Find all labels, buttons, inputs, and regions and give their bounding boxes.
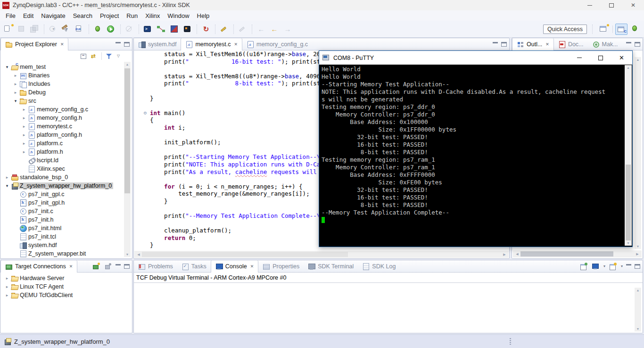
expander-icon[interactable]: ▾ [12, 99, 19, 103]
minimize-view-button[interactable] [626, 42, 631, 43]
save-icon[interactable] [16, 24, 28, 35]
menu-file[interactable]: File [2, 11, 19, 21]
expander-icon[interactable]: ▸ [12, 73, 19, 78]
clock-icon[interactable]: ▾ [47, 24, 59, 35]
tree-item-memory-config-h[interactable]: ▸memory_config.h [0, 114, 132, 122]
tree-item-lscript-ld[interactable]: lscript.ld [0, 156, 132, 165]
expander-icon[interactable]: ▸ [20, 116, 28, 120]
open-perspective-icon[interactable] [598, 24, 610, 35]
expander-icon[interactable]: ▸ [3, 175, 11, 180]
tree-item-qemu-tcfgdbclient[interactable]: ▸QEMU TcfGdbClient [0, 291, 132, 299]
tab-project-explorer[interactable]: Project Explorer ✕ [0, 38, 68, 50]
tree-item-mem-test[interactable]: ▾mem_test [0, 63, 132, 71]
quick-access-button[interactable]: Quick Access [543, 25, 587, 34]
tree-item-debug[interactable]: ▸Debug [0, 88, 132, 97]
back-disabled-icon[interactable]: ← [255, 24, 267, 35]
tree-item-ps7-init-gpl-h[interactable]: ps7_init_gpl.h [0, 199, 132, 207]
menu-edit[interactable]: Edit [19, 11, 37, 21]
tree-item-platform-config-h[interactable]: ▸platform_config.h [0, 131, 132, 139]
menu-search[interactable]: Search [69, 11, 96, 21]
tree-item-ps7-init-html[interactable]: ps7_init.html [0, 224, 132, 232]
putty-maximize-button[interactable] [590, 51, 611, 65]
dump-console-icon[interactable] [182, 24, 194, 35]
scrollbar-right-arrow[interactable]: ▶ [501, 253, 508, 257]
scrollbar-down-arrow[interactable]: ▼ [635, 245, 641, 248]
console-vertical-scrollbar[interactable]: ▲ ▼ [635, 288, 641, 331]
link-with-editor-icon[interactable] [90, 52, 99, 60]
tree-item-z-system-wrapper-hw-platform-0[interactable]: ▾Z_system_wrapper_hw_platform_0 [0, 182, 132, 190]
expander-icon[interactable]: ▸ [3, 284, 11, 289]
run-icon[interactable]: ▾ [105, 24, 117, 35]
tree-item-hardware-server[interactable]: ▸Hardware Server [0, 274, 132, 282]
close-icon[interactable]: ✕ [250, 264, 254, 269]
console-tab-properties[interactable]: Properties [258, 260, 304, 272]
remove-connection-icon[interactable] [104, 262, 112, 271]
window-maximize-button[interactable] [601, 0, 622, 10]
close-icon[interactable]: ✕ [69, 264, 73, 269]
expander-icon[interactable]: ▾ [3, 183, 11, 188]
tree-item-memorytest-c[interactable]: ▸memorytest.c [0, 122, 132, 131]
tab-target-connections[interactable]: Target Connections ✕ [0, 260, 77, 273]
console-tab-problems[interactable]: Problems [134, 260, 177, 272]
xsct-console-icon[interactable]: > [142, 24, 154, 35]
editor-horizontal-scrollbar[interactable]: ◀ ▶ [134, 251, 509, 258]
scrollbar-up-arrow[interactable]: ▲ [124, 63, 131, 66]
connect-target-icon[interactable] [155, 24, 167, 35]
tree-item-linux-tcf-agent[interactable]: ▸Linux TCF Agent [0, 282, 132, 291]
expander-icon[interactable]: ▸ [12, 90, 19, 95]
expander-icon[interactable]: ▸ [20, 141, 28, 146]
menu-xilinx[interactable]: Xilinx [141, 11, 164, 21]
minimize-view-button[interactable] [626, 264, 631, 265]
outline-tab-doc[interactable]: Doc... [554, 38, 588, 50]
scrollbar-thumb[interactable] [124, 68, 130, 193]
program-flash-icon[interactable]: 010 [74, 24, 86, 35]
menu-window[interactable]: Window [164, 11, 193, 21]
maximize-view-button[interactable] [124, 264, 130, 269]
highlight-pen-icon[interactable]: ▾ [218, 24, 231, 35]
expander-icon[interactable]: ▾ [3, 65, 11, 69]
pin-editor-icon[interactable] [237, 24, 249, 35]
putty-minimize-button[interactable] [569, 51, 590, 65]
new-wizard-icon[interactable]: ▾ [2, 24, 15, 35]
expander-icon[interactable]: ▸ [20, 149, 28, 154]
tree-item-ps7-init-gpl-c[interactable]: ps7_init_gpl.c [0, 190, 132, 199]
view-menu-icon[interactable] [115, 52, 124, 60]
menu-navigate[interactable]: Navigate [37, 11, 69, 21]
close-icon[interactable]: ✕ [545, 42, 549, 47]
expander-icon[interactable]: ▸ [3, 276, 11, 281]
skip-breakpoints-icon[interactable] [124, 24, 136, 35]
filter-icon[interactable] [105, 52, 113, 60]
dropdown-caret-icon[interactable]: ▾ [621, 264, 623, 268]
expander-icon[interactable]: ▸ [20, 107, 28, 112]
explorer-vertical-scrollbar[interactable]: ▲ ▼ [124, 62, 131, 257]
tree-item-ps7-init-tcl[interactable]: ps7_init.tcl [0, 232, 132, 241]
forward-icon[interactable]: → [281, 24, 294, 35]
putty-terminal[interactable]: Hello WorldHello World--Starting Memory … [320, 65, 624, 246]
scrollbar-up-arrow[interactable]: ▲ [625, 66, 632, 69]
debug-perspective-icon[interactable] [629, 24, 641, 35]
tree-item-standalone-bsp-0[interactable]: ▸standalone_bsp_0 [0, 173, 132, 182]
build-hammer-icon[interactable]: ▾ [60, 24, 73, 35]
window-close-button[interactable]: ✕ [622, 0, 644, 10]
putty-close-button[interactable]: ✕ [611, 51, 632, 65]
refresh-index-icon[interactable]: ↻ [200, 24, 212, 35]
putty-titlebar[interactable]: COM8 - PuTTY ✕ [319, 51, 632, 65]
tree-item-system-hdf[interactable]: system.hdf [0, 241, 132, 249]
close-icon[interactable]: ✕ [234, 42, 238, 47]
tree-item-z-system-wrapper-bit[interactable]: Z_system_wrapper.bit [0, 249, 132, 258]
maximize-view-button[interactable] [635, 42, 640, 47]
collapse-all-icon[interactable] [80, 52, 88, 60]
pin-console-icon[interactable] [579, 262, 588, 271]
scrollbar-down-arrow[interactable]: ▼ [625, 241, 632, 245]
back-icon[interactable]: ← [268, 24, 281, 35]
tree-item-includes[interactable]: ▸Includes [0, 80, 132, 88]
tree-item-ps7-init-h[interactable]: ps7_init.h [0, 215, 132, 224]
fold-collapse-icon[interactable]: ⊖ [140, 109, 150, 117]
tree-item-platform-h[interactable]: ▸platform.h [0, 148, 132, 156]
maximize-view-button[interactable] [501, 42, 507, 47]
tree-item-src[interactable]: ▾src [0, 97, 132, 105]
editor-tab-memory-config-g-c[interactable]: memory_config_g.c [242, 38, 312, 50]
program-fpga-icon[interactable] [168, 24, 181, 35]
console-tab-tasks[interactable]: Tasks [177, 260, 211, 272]
window-minimize-button[interactable] [579, 0, 601, 10]
